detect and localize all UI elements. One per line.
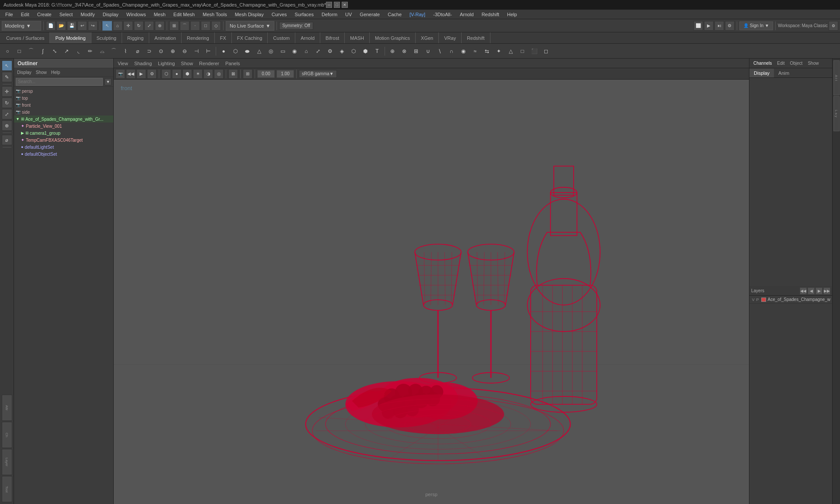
tab-redshift[interactable]: Redshift <box>462 32 490 43</box>
menu-mesh-display[interactable]: Mesh Display <box>231 11 267 18</box>
boolean-inter-btn[interactable]: ∩ <box>446 46 457 57</box>
outliner-item[interactable]: 📷 front <box>14 102 113 108</box>
snap-surface-btn[interactable]: ◇ <box>211 21 221 31</box>
vp-gamma-btn[interactable]: sRGB gamma ▼ <box>299 70 337 78</box>
outliner-item[interactable]: ▶ ⊞ camera1_group <box>14 130 113 136</box>
outliner-item[interactable]: 📷 side <box>14 108 113 116</box>
snap-curve-btn[interactable]: ⌒ <box>180 21 189 31</box>
vp-ao-btn[interactable]: ◎ <box>214 69 224 79</box>
minimize-btn[interactable]: ─ <box>326 2 332 8</box>
outliner-item[interactable]: 📷 top <box>14 94 113 102</box>
outliner-item[interactable]: ● defaultLightSet <box>14 144 113 150</box>
maximize-btn[interactable]: □ <box>334 2 340 8</box>
open-file-btn[interactable]: 📂 <box>56 21 66 31</box>
outliner-item[interactable]: ● defaultObjectSet <box>14 150 113 158</box>
modeling-mode-dropdown[interactable]: Modeling ▼ <box>2 21 41 31</box>
select-btn[interactable]: ↖ <box>2 60 12 71</box>
close-btn[interactable]: ✕ <box>342 2 348 8</box>
undo-btn[interactable]: ↩ <box>77 21 87 31</box>
menu-arnold[interactable]: Arnold <box>456 11 477 18</box>
symmetry-btn[interactable]: Symmetry: Off <box>279 22 313 30</box>
cone-btn[interactable]: △ <box>253 46 265 57</box>
pipe-btn[interactable]: ⌂ <box>301 46 312 57</box>
cube-btn[interactable]: ⬡ <box>230 46 241 57</box>
sphere-btn[interactable]: ● <box>218 46 229 57</box>
plane-btn[interactable]: ▭ <box>277 46 288 57</box>
menu-vray[interactable]: [V-Ray] <box>406 11 429 18</box>
vp-light-btn[interactable]: ☀ <box>193 69 203 79</box>
side-panel-3[interactable]: Layer <box>2 449 12 475</box>
extract-btn[interactable]: ⊞ <box>410 46 422 57</box>
display-tab[interactable]: Display <box>749 69 774 77</box>
menu-display[interactable]: Display <box>99 11 122 18</box>
vp-menu-show[interactable]: Show <box>179 61 196 66</box>
curve-modify-btn[interactable]: ⌇ <box>120 46 131 57</box>
layer-last-btn[interactable]: ▶▶ <box>823 287 830 294</box>
vp-menu-view[interactable]: View <box>116 61 130 66</box>
ipr-btn[interactable]: ⏯ <box>714 21 724 31</box>
render-btn[interactable]: ▶ <box>704 21 714 31</box>
vp-iso-btn[interactable]: ⊠ <box>228 69 238 79</box>
select-tool-btn[interactable]: ↖ <box>102 21 112 31</box>
freeform-btn[interactable]: ⌀ <box>132 46 143 57</box>
menu-mesh[interactable]: Mesh <box>150 11 169 18</box>
menu-generate[interactable]: Generate <box>356 11 383 18</box>
vp-value2[interactable]: 1.00 <box>276 70 294 78</box>
append-btn[interactable]: ⊃ <box>144 46 155 57</box>
type-btn[interactable]: T <box>371 46 383 57</box>
sign-in-btn[interactable]: 👤 Sign In ▼ <box>739 21 773 30</box>
outliner-item[interactable]: ✦ TempCamFBXASC046Target <box>14 136 113 144</box>
triangulate-btn[interactable]: △ <box>505 46 516 57</box>
vp-menu-shading[interactable]: Shading <box>132 61 154 66</box>
detach-btn[interactable]: ⊣ <box>191 46 202 57</box>
no-live-surface-btn[interactable]: No Live Surface ▼ <box>226 21 274 31</box>
new-file-btn[interactable]: 📄 <box>46 21 56 31</box>
universal-tool-btn[interactable]: ⊕ <box>2 120 12 131</box>
menu-windows[interactable]: Windows <box>123 11 150 18</box>
object-header-btn[interactable]: Object <box>788 60 805 66</box>
menu-deform[interactable]: Deform <box>318 11 341 18</box>
attach-btn[interactable]: ⊢ <box>203 46 214 57</box>
disc-btn[interactable]: ◉ <box>289 46 300 57</box>
fill-hole-btn[interactable]: ⬛ <box>528 46 540 57</box>
remove-knot-btn[interactable]: ⊖ <box>179 46 190 57</box>
tab-fx-caching[interactable]: FX Caching <box>232 32 268 43</box>
pencil-btn[interactable]: ✏ <box>84 46 96 57</box>
tab-curves-surfaces[interactable]: Curves / Surfaces <box>1 32 50 43</box>
outliner-show-menu[interactable]: Show <box>35 70 48 75</box>
redo-btn[interactable]: ↪ <box>88 21 98 31</box>
vp-value1[interactable]: 0.00 <box>257 70 275 78</box>
3pt-arc-btn[interactable]: ⌓ <box>96 46 108 57</box>
subd-btn[interactable]: ⬢ <box>360 46 371 57</box>
make-holes-btn[interactable]: ◻ <box>540 46 552 57</box>
scale-tool-btn[interactable]: ⤢ <box>2 109 12 119</box>
layer-next-btn[interactable]: ▶ <box>816 287 822 294</box>
window-controls[interactable]: ─ □ ✕ <box>326 2 348 8</box>
vp-menu-lighting[interactable]: Lighting <box>156 61 177 66</box>
outliner-filter-btn[interactable]: ▼ <box>105 78 112 85</box>
2pt-arc-btn[interactable]: ⌒ <box>108 46 119 57</box>
snap-point-btn[interactable]: · <box>190 21 200 31</box>
menu-redshift[interactable]: Redshift <box>478 11 503 18</box>
platonic-btn[interactable]: ⬡ <box>348 46 359 57</box>
transfer-btn[interactable]: ⇆ <box>481 46 493 57</box>
menu-file[interactable]: File <box>2 11 17 18</box>
tab-sculpting[interactable]: Sculpting <box>91 32 122 43</box>
separate-btn[interactable]: ⊗ <box>399 46 410 57</box>
tab-mash[interactable]: MASH <box>345 32 370 43</box>
workspace-settings-btn[interactable]: ⚙ <box>829 21 838 31</box>
scale-btn[interactable]: ⤢ <box>144 21 154 31</box>
move-btn[interactable]: ✛ <box>123 21 133 31</box>
render-settings-btn[interactable]: ⚙ <box>725 21 735 31</box>
vp-play-btn[interactable]: ▶ <box>136 69 146 79</box>
layer-item[interactable]: V P Ace_of_Spades_Champagne_w <box>749 296 832 304</box>
tab-arnold[interactable]: Arnold <box>295 32 320 43</box>
square-tool-btn[interactable]: □ <box>14 46 25 57</box>
tab-vray[interactable]: VRay <box>439 32 462 43</box>
menu-help[interactable]: Help <box>504 11 521 18</box>
tab-custom[interactable]: Custom <box>268 32 295 43</box>
helix-mesh-btn[interactable]: ⤢ <box>312 46 324 57</box>
side-panel-1[interactable]: Attr <box>2 395 12 421</box>
soccer-ball-btn[interactable]: ◈ <box>336 46 347 57</box>
menu-mesh-tools[interactable]: Mesh Tools <box>199 11 230 18</box>
